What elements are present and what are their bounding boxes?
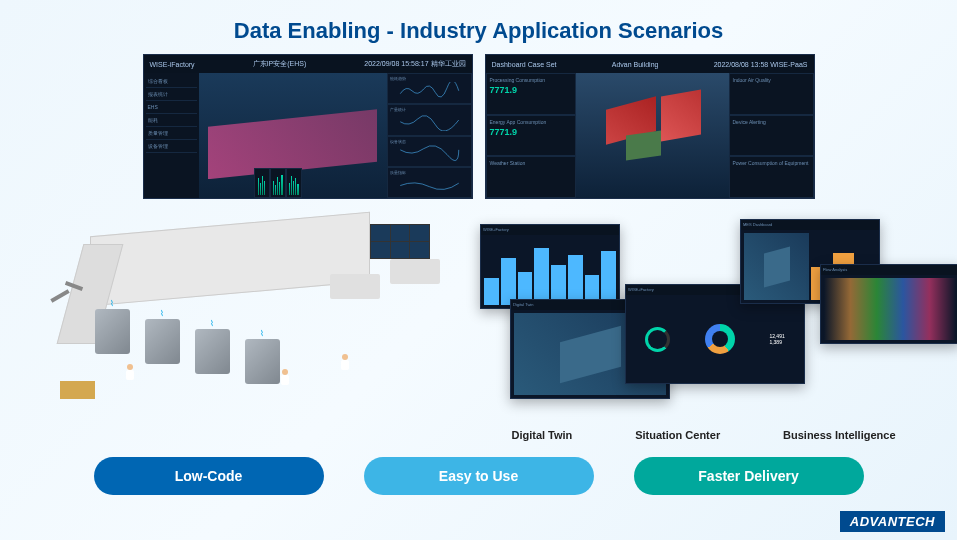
stat-box: Energy App Consumption7771.9 (486, 115, 576, 157)
stat-numbers: 12,491 1,389 (769, 333, 784, 345)
dashboard-ifactory: WISE-iFactory 广东IP安全(EHS) 2022/09/08 15:… (143, 54, 473, 199)
label-digital-twin: Digital Twin (511, 429, 572, 441)
dashboard1-right-charts: 能耗趋势 产量统计 设备状态 质量指标 (387, 73, 472, 198)
nav-item: EHS (146, 101, 197, 114)
building-3d (661, 89, 701, 141)
dashboard2-left-stats: Processing Consumption7771.9 Energy App … (486, 73, 576, 198)
machine-unit (95, 309, 130, 354)
bottom-chart (270, 168, 286, 198)
nav-item: 质量管理 (146, 127, 197, 140)
stat-box: Indoor Air Quality (729, 73, 814, 115)
robot-arm-icon (50, 284, 80, 324)
dashboard2-appname: Dashboard Case Set (492, 61, 557, 68)
mini-dashboard-bars: WISE-iFactory (480, 224, 620, 309)
factory-3d-model (208, 92, 377, 180)
dashboard1-appname: WISE-iFactory (150, 61, 195, 68)
bottom-chart (286, 168, 302, 198)
worker-icon (340, 354, 350, 372)
nav-item: 报表统计 (146, 88, 197, 101)
factory-wall (90, 212, 370, 306)
worker-icon (125, 364, 135, 382)
pill-faster-delivery: Faster Delivery (634, 457, 864, 495)
dashboard-cluster: WISE-iFactory Digital Twin WISE-iFactory… (480, 214, 927, 439)
dashboard1-location: 广东IP安全(EHS) (253, 59, 307, 69)
stat-box: Power Consumption of Equipment (729, 156, 814, 198)
flow-stream-icon (824, 278, 956, 340)
mini-chart: 产量统计 (387, 104, 472, 135)
dashboard2-datetime: 2022/08/08 13:58 WISE-PaaS (714, 61, 808, 68)
isometric-factory-illustration: ⌇ ⌇ ⌇ ⌇ (30, 214, 460, 404)
gauge-icon (645, 327, 670, 352)
dashboard1-header: WISE-iFactory 广东IP安全(EHS) 2022/09/08 15:… (144, 55, 472, 73)
workstation-desk (330, 274, 380, 299)
dashboard1-datetime: 2022/09/08 15:58:17 精华工业园 (364, 59, 465, 69)
mini-chart: 质量指标 (387, 167, 472, 198)
advantech-logo: ADVANTECH (840, 511, 945, 532)
dashboard-building: Dashboard Case Set Advan Building 2022/0… (485, 54, 815, 199)
label-business-intelligence: Business Intelligence (783, 429, 895, 441)
stat-box: Device Alerting (729, 115, 814, 157)
machine-unit (145, 319, 180, 364)
stat-box: Processing Consumption7771.9 (486, 73, 576, 115)
worker-icon (280, 369, 290, 387)
top-dashboards-row: WISE-iFactory 广东IP安全(EHS) 2022/09/08 15:… (0, 54, 957, 199)
machine-unit (245, 339, 280, 384)
nav-item: 综合看板 (146, 75, 197, 88)
dashboard1-3d-view (199, 73, 387, 198)
mini-chart: 能耗趋势 (387, 73, 472, 104)
nav-item: 设备管理 (146, 140, 197, 153)
dashboard2-header: Dashboard Case Set Advan Building 2022/0… (486, 55, 814, 73)
wifi-icon: ⌇ (210, 319, 214, 328)
stat-box: Weather Station (486, 156, 576, 198)
donut-chart-icon (705, 324, 735, 354)
wifi-icon: ⌇ (160, 309, 164, 318)
mid-section: ⌇ ⌇ ⌇ ⌇ WISE-iFactory Digital Twin WISE-… (0, 199, 957, 439)
bottom-chart (254, 168, 270, 198)
cluster-labels: Digital Twin Situation Center Business I… (480, 429, 927, 441)
wifi-icon: ⌇ (260, 329, 264, 338)
machine-unit (195, 329, 230, 374)
dashboard2-subtitle: Advan Building (612, 61, 659, 68)
wifi-icon: ⌇ (110, 299, 114, 308)
dashboard2-3d-view (576, 73, 729, 198)
label-situation-center: Situation Center (635, 429, 720, 441)
page-title: Data Enabling - Industry Application Sce… (0, 0, 957, 54)
mini-dashboard-flow: Flow Analysis (820, 264, 957, 344)
pill-low-code: Low-Code (94, 457, 324, 495)
pill-easy-to-use: Easy to Use (364, 457, 594, 495)
building-3d-small (744, 233, 809, 300)
building-3d (626, 131, 661, 161)
pallet-icon (60, 381, 95, 399)
dashboard1-sidebar: 综合看板 报表统计 EHS 能耗 质量管理 设备管理 (144, 73, 199, 198)
mini-chart: 设备状态 (387, 136, 472, 167)
dashboard1-bottom-charts (254, 168, 302, 198)
nav-item: 能耗 (146, 114, 197, 127)
feature-pills: Low-Code Easy to Use Faster Delivery (0, 439, 957, 513)
workstation-desk (390, 259, 440, 284)
dashboard2-right-stats: Indoor Air Quality Device Alerting Power… (729, 73, 814, 198)
monitor-wall (370, 224, 430, 259)
